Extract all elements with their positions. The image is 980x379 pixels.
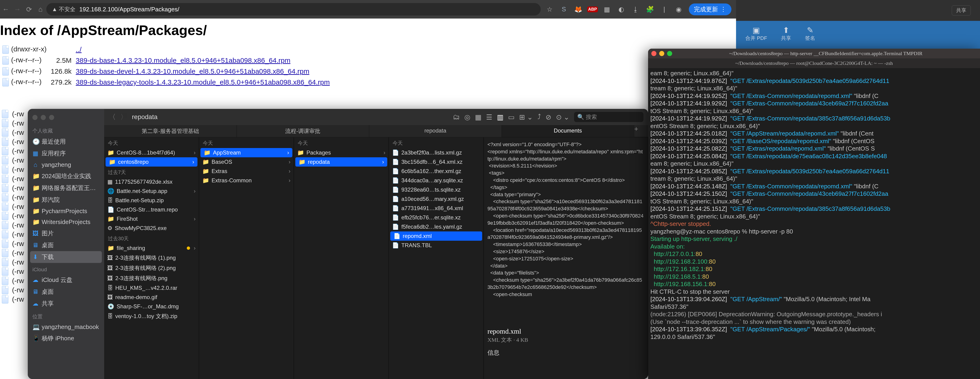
finder-col-1[interactable]: 今天📁CentOS-8…1be4f7d64)›📁centos8repo›过去7天… xyxy=(104,138,199,379)
terminal-tab[interactable]: ~/Downloads/centos8repo — root@CloudCone… xyxy=(648,58,980,68)
file-link[interactable]: 389-ds-base-1.4.3.23-10.module_el8.5.0+9… xyxy=(76,56,290,64)
col-row[interactable]: 📄2a3bef2f0a…lists.xml.gz xyxy=(389,148,484,157)
sidebar-item[interactable]: 📁2024国培企业实践 xyxy=(28,170,104,182)
col-row[interactable]: 📄a77319491…x86_64.xml xyxy=(389,204,484,213)
sidebar-item[interactable]: 📁郑汽院 xyxy=(28,194,104,206)
sidebar-item[interactable]: 📁WritersideProjects xyxy=(28,217,104,227)
back-button[interactable]: ← xyxy=(0,5,11,13)
nav-back-icon[interactable]: 〈 xyxy=(109,112,116,122)
list-view-icon[interactable]: ☰ xyxy=(486,113,492,121)
col-row[interactable]: 💿Sharp-SF-…or_Mac.dmg xyxy=(104,302,199,311)
sidebar-item[interactable]: 🖥桌面 xyxy=(28,286,104,298)
col-row[interactable]: 🖼readme-demo.gif xyxy=(104,293,199,302)
col-row[interactable]: 📁FireShot› xyxy=(104,214,199,224)
col-row[interactable]: 📁Extras-Common› xyxy=(199,176,294,185)
sidebar-item[interactable]: 🖼图片 xyxy=(28,227,104,239)
col-row[interactable]: 📄a10eced56…mary.xml.gz xyxy=(389,194,484,204)
ext-s-icon[interactable]: S xyxy=(560,5,568,13)
col-row[interactable]: 📄6c6b5a162…ther.xml.gz xyxy=(389,166,484,176)
finder-tab[interactable]: Documents xyxy=(502,125,635,137)
column-view-icon[interactable]: ▥ xyxy=(497,113,503,121)
forward-button[interactable]: → xyxy=(11,5,23,13)
sidebar-item[interactable]: 📁网络服务器配置王… xyxy=(28,182,104,194)
col-row[interactable]: ⚙ShowMyPC3825.exe xyxy=(104,224,199,233)
col-row[interactable]: 📁repodata› xyxy=(295,157,387,166)
folder-tray-icon[interactable]: 🗂 xyxy=(453,113,460,121)
bg-share-button[interactable]: 共享 xyxy=(952,5,971,16)
abp-icon[interactable]: ABP xyxy=(589,5,597,13)
col-row[interactable]: 📁Packages› xyxy=(294,148,389,157)
sidebar-item[interactable]: 🖥桌面 xyxy=(28,239,104,251)
address-bar[interactable]: ▲ 不安全 192.168.2.100/AppStream/Packages/ xyxy=(46,3,541,16)
col-row[interactable]: 📄CentOS-Str…tream.repo xyxy=(104,205,199,214)
star-icon[interactable]: ☆ xyxy=(545,5,554,13)
tag-icon[interactable]: ⊘ xyxy=(546,113,551,121)
bg-icon-sign[interactable]: ✎签名 xyxy=(805,26,815,42)
finder-tab[interactable]: repodata xyxy=(369,125,502,137)
col-row[interactable]: 📄344dcac0a…ary.sqlite.xz xyxy=(389,176,484,185)
ext-misc-icon[interactable]: ◐ xyxy=(617,5,625,13)
col-row[interactable]: 📁BaseOS› xyxy=(199,157,294,166)
minimize-icon[interactable] xyxy=(41,115,46,120)
group-icon[interactable]: ⊞ ⌄ xyxy=(519,113,533,121)
home-button[interactable]: ⌂ xyxy=(35,5,46,13)
gallery-view-icon[interactable]: ▭ xyxy=(508,113,514,121)
col-row[interactable]: 📁centos8repo› xyxy=(105,157,197,166)
sidebar-item[interactable]: 💻yangzheng_macbook xyxy=(28,321,104,333)
finder-col-2[interactable]: 今天📁AppStream›📁BaseOS›📁Extras›📁Extras-Com… xyxy=(199,138,294,379)
ext-fox-icon[interactable]: 🦊 xyxy=(574,5,582,13)
sidebar-item[interactable]: 📁PycharmProjects xyxy=(28,206,104,217)
extensions-icon[interactable]: 🧩 xyxy=(646,5,654,13)
file-link[interactable]: ../ xyxy=(76,46,81,53)
col-row[interactable]: 🗄HEU_KMS_…v42.2.0.rar xyxy=(104,283,199,293)
finder-tab[interactable]: 第二章-服务器管理基础 xyxy=(104,125,237,137)
bg-icon-merge-pdf[interactable]: ▣合并 PDF xyxy=(745,26,767,42)
close-icon[interactable] xyxy=(651,51,656,56)
minimize-icon[interactable] xyxy=(659,51,664,56)
sidebar-item[interactable]: ▦应用程序 xyxy=(28,147,104,159)
col-row[interactable]: 📄93228ea60…ts.sqlite.xz xyxy=(389,185,484,194)
col-row[interactable]: 📁CentOS-8…1be4f7d64)› xyxy=(104,148,199,157)
col-row[interactable]: ▦1177525677492de.xlsx xyxy=(104,177,199,187)
close-icon[interactable] xyxy=(32,115,38,120)
grid-view-icon[interactable]: ▦ xyxy=(475,113,481,121)
col-row[interactable]: 📄TRANS.TBL xyxy=(389,241,484,250)
col-row[interactable]: 📁Extras› xyxy=(199,166,294,176)
sidebar-item[interactable]: 🕘最近使用 xyxy=(28,136,104,147)
update-button[interactable]: 完成更新 ⋮ xyxy=(689,3,732,15)
action-icon[interactable]: ⊙ ⌄ xyxy=(556,113,570,121)
col-row[interactable]: 🖼2-3连接有线网络.png xyxy=(104,273,199,283)
add-tab-button[interactable]: + xyxy=(634,125,648,137)
sidebar-item[interactable]: ⌂yangzheng xyxy=(28,159,104,170)
col-row[interactable]: 📄repomd.xml xyxy=(390,232,482,241)
share-icon[interactable]: ⤴ xyxy=(538,113,541,121)
download-icon[interactable]: ⭳ xyxy=(632,5,640,13)
nav-fwd-icon[interactable]: 〉 xyxy=(120,112,127,122)
col-row[interactable]: 📄3bc156dfb…6_64.xml.xz xyxy=(389,157,484,166)
col-row[interactable]: 🖼2-3连接有线网络 (2).png xyxy=(104,263,199,273)
col-row[interactable]: 🌐Battle.net-Setup.app› xyxy=(104,187,199,196)
sidebar-item[interactable]: ⬇下载 xyxy=(30,251,102,263)
finder-tab[interactable]: 流程-调课审批 xyxy=(237,125,369,137)
zoom-icon[interactable] xyxy=(667,51,672,56)
ext-grid-icon[interactable]: ▦ xyxy=(603,5,611,13)
profile-icon[interactable]: ◉ xyxy=(675,5,683,13)
finder-search[interactable]: 🔍 搜索 xyxy=(574,112,643,122)
col-row[interactable]: 📁file_sharing› xyxy=(104,243,199,253)
bg-icon-share[interactable]: ⬆共享 xyxy=(781,26,791,42)
col-row[interactable]: 📁AppStream› xyxy=(200,148,292,157)
airdrop-icon[interactable]: ◎ xyxy=(464,113,470,121)
col-row[interactable]: 🗄ventoy-1.0…toy 文档).zip xyxy=(104,311,199,321)
col-row[interactable]: 🗄Battle.net-Setup.zip xyxy=(104,196,199,205)
col-row[interactable]: 📄f5feca6db2…les.yaml.gz xyxy=(389,222,484,232)
col-row[interactable]: 📄efb25fcb76…er.sqlite.xz xyxy=(389,213,484,222)
file-link[interactable]: 389-ds-base-legacy-tools-1.4.3.23-10.mod… xyxy=(76,78,329,86)
sidebar-item[interactable]: 📱杨铮 iPhone xyxy=(28,333,104,344)
zoom-icon[interactable] xyxy=(49,115,54,120)
sidebar-item[interactable]: ☁共享 xyxy=(28,298,104,310)
reload-button[interactable]: ⟳ xyxy=(23,5,35,13)
terminal-body[interactable]: eam 8; generic; Linux.x86_64)" [2024-10-… xyxy=(648,68,980,342)
sidebar-item[interactable]: ☁iCloud 云盘 xyxy=(28,274,104,286)
window-controls[interactable] xyxy=(28,111,104,124)
col-row[interactable]: 🖼2-3连接有线网络 (1).png xyxy=(104,253,199,263)
